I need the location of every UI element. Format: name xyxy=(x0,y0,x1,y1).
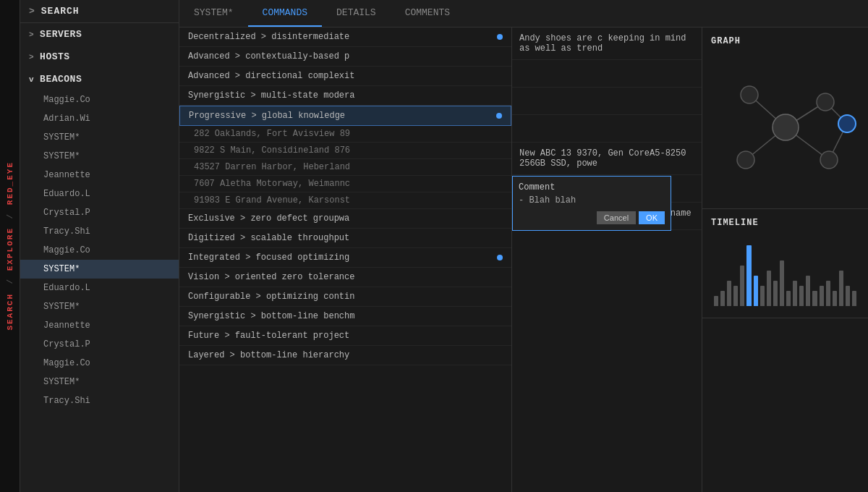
graph-node-blue xyxy=(838,115,856,132)
details-column: Andy shoes are c keeping in mind as well… xyxy=(512,27,702,492)
nav-item-14[interactable]: Maggie.Co xyxy=(20,354,179,373)
timeline-bar-19 xyxy=(839,271,843,306)
cmd-dot-12 xyxy=(497,255,503,260)
tab-header: SYSTEM* COMMANDS DETAILS COMMENTS xyxy=(179,0,868,27)
comment-popup-title: Comment xyxy=(519,182,665,192)
cmd-row-10[interactable]: Exclusive > zero defect groupwa xyxy=(179,209,511,229)
nav-item-15[interactable]: SYSTEM* xyxy=(20,373,179,391)
cmd-row-0[interactable]: Decentralized > disintermediate xyxy=(179,27,511,47)
cmd-text-12: Integrated > focused optimizing xyxy=(188,253,349,263)
cmd-text-8: 7607 Aletha Motorway, Weimannc xyxy=(194,179,350,189)
right-panel: GRAPH xyxy=(702,27,868,492)
graph-section: GRAPH xyxy=(702,27,868,209)
nav-item-9[interactable]: SYSTEM* xyxy=(20,260,179,279)
servers-header[interactable]: > SERVERS xyxy=(20,23,179,46)
tab-details[interactable]: DETAILS xyxy=(322,0,391,27)
hosts-label: HOSTS xyxy=(40,51,70,62)
timeline-bar-5 xyxy=(746,245,751,306)
cmd-row-11[interactable]: Digitized > scalable throughput xyxy=(179,229,511,248)
cmd-row-9[interactable]: 91983 E Grand Avenue, Karsonst xyxy=(179,192,511,209)
timeline-bar-17 xyxy=(826,281,830,306)
graph-container xyxy=(711,55,859,200)
timeline-bar-2 xyxy=(727,281,731,306)
tab-commands[interactable]: COMMANDS xyxy=(248,0,322,27)
hosts-arrow: > xyxy=(29,53,34,62)
cmd-row-6[interactable]: 9822 S Main, Considineland 876 xyxy=(179,143,511,159)
nav-item-8[interactable]: Maggie.Co xyxy=(20,241,179,260)
cmd-text-1: Advanced > contextually-based p xyxy=(188,51,349,62)
cmd-row-15[interactable]: Synergistic > bottom-line benchm xyxy=(179,307,511,326)
beacons-label: BEACONS xyxy=(40,74,82,85)
cmd-text-15: Synergistic > bottom-line benchm xyxy=(188,311,354,321)
cmd-text-7: 43527 Darren Harbor, Heberland xyxy=(194,162,350,172)
search-header[interactable]: > SEARCH xyxy=(20,0,179,23)
cmd-row-7[interactable]: 43527 Darren Harbor, Heberland xyxy=(179,159,511,176)
comment-popup: Comment - Blah blah Cancel OK xyxy=(512,176,671,231)
commands-column: Decentralized > disintermediateAdvanced … xyxy=(179,27,512,492)
comment-popup-body: - Blah blah xyxy=(519,195,665,205)
detail-cell-3 xyxy=(512,115,702,143)
nav-item-4[interactable]: Jeannette xyxy=(20,166,179,184)
left-nav: > SEARCH > SERVERS > HOSTS v BEACONS Mag… xyxy=(20,0,179,492)
hosts-header[interactable]: > HOSTS xyxy=(20,46,179,68)
cmd-row-8[interactable]: 7607 Aletha Motorway, Weimannc xyxy=(179,176,511,192)
cmd-text-3: Synergistic > multi-state modera xyxy=(188,90,354,101)
detail-cell-0: Andy shoes are c keeping in mind as well… xyxy=(512,27,702,60)
nav-item-0[interactable]: Maggie.Co xyxy=(20,90,179,109)
cmd-text-17: Layered > bottom-line hierarchy xyxy=(188,350,349,360)
nav-item-6[interactable]: Crystal.P xyxy=(20,203,179,222)
app-label-red-eye: RED_EYE xyxy=(6,156,14,211)
cmd-row-16[interactable]: Future > fault-tolerant project xyxy=(179,326,511,346)
timeline-bar-12 xyxy=(793,281,797,306)
cmd-row-1[interactable]: Advanced > contextually-based p xyxy=(179,47,511,67)
timeline-bar-9 xyxy=(773,281,778,306)
timeline-bar-0 xyxy=(714,296,718,306)
nav-item-12[interactable]: Jeannette xyxy=(20,316,179,335)
timeline-bar-1 xyxy=(720,291,725,306)
timeline-bar-4 xyxy=(740,266,744,306)
commands-list: Decentralized > disintermediateAdvanced … xyxy=(179,27,511,365)
sep2: / xyxy=(6,276,14,287)
cmd-row-4[interactable]: Progressive > global knowledge xyxy=(179,106,511,126)
cmd-row-5[interactable]: 282 Oaklands, Fort Avisview 89 xyxy=(179,126,511,143)
search-arrow: > xyxy=(29,6,35,17)
graph-node-br xyxy=(820,151,838,169)
cmd-row-2[interactable]: Advanced > directional complexit xyxy=(179,67,511,86)
cmd-text-10: Exclusive > zero defect groupwa xyxy=(188,213,349,224)
comment-cancel-button[interactable]: Cancel xyxy=(597,211,636,224)
cmd-text-2: Advanced > directional complexit xyxy=(188,71,354,81)
detail-cell-2 xyxy=(512,88,702,115)
cmd-text-16: Future > fault-tolerant project xyxy=(188,331,349,341)
nav-item-11[interactable]: SYSTEM* xyxy=(20,297,179,316)
comment-ok-button[interactable]: OK xyxy=(639,211,665,224)
beacons-header[interactable]: v BEACONS xyxy=(20,68,179,90)
timeline-bar-18 xyxy=(833,291,837,306)
detail-cell-4: New ABC 13 9370, Gen CoreA5-8250 256GB S… xyxy=(512,143,702,175)
nav-item-3[interactable]: SYSTEM* xyxy=(20,147,179,166)
cmd-text-13: Vision > oriented zero tolerance xyxy=(188,272,354,282)
nav-item-2[interactable]: SYSTEM* xyxy=(20,128,179,147)
nav-item-5[interactable]: Eduardo.L xyxy=(20,184,179,203)
timeline-bar-15 xyxy=(812,291,817,306)
search-label: SEARCH xyxy=(41,6,80,17)
cmd-text-14: Configurable > optimizing contin xyxy=(188,292,354,302)
detail-cell-1 xyxy=(512,60,702,88)
app-label-search: SEARCH xyxy=(6,287,14,336)
graph-node-bl xyxy=(737,151,754,169)
beacons-arrow: v xyxy=(29,75,34,84)
cmd-row-3[interactable]: Synergistic > multi-state modera xyxy=(179,86,511,106)
timeline-title: TIMELINE xyxy=(711,218,859,228)
tab-system[interactable]: SYSTEM* xyxy=(179,0,248,27)
tab-comments[interactable]: COMMENTS xyxy=(391,0,464,27)
nav-item-7[interactable]: Tracy.Shi xyxy=(20,222,179,241)
cmd-row-14[interactable]: Configurable > optimizing contin xyxy=(179,287,511,307)
nav-item-13[interactable]: Crystal.P xyxy=(20,335,179,354)
cmd-row-17[interactable]: Layered > bottom-line hierarchy xyxy=(179,346,511,365)
cmd-row-13[interactable]: Vision > oriented zero tolerance xyxy=(179,268,511,287)
nav-item-16[interactable]: Tracy.Shi xyxy=(20,391,179,410)
cmd-row-12[interactable]: Integrated > focused optimizing xyxy=(179,248,511,268)
servers-arrow: > xyxy=(29,30,34,39)
nav-item-1[interactable]: Adrian.Wi xyxy=(20,109,179,128)
nav-item-10[interactable]: Eduardo.L xyxy=(20,279,179,297)
app-label-explore: EXPLORE xyxy=(6,221,14,276)
